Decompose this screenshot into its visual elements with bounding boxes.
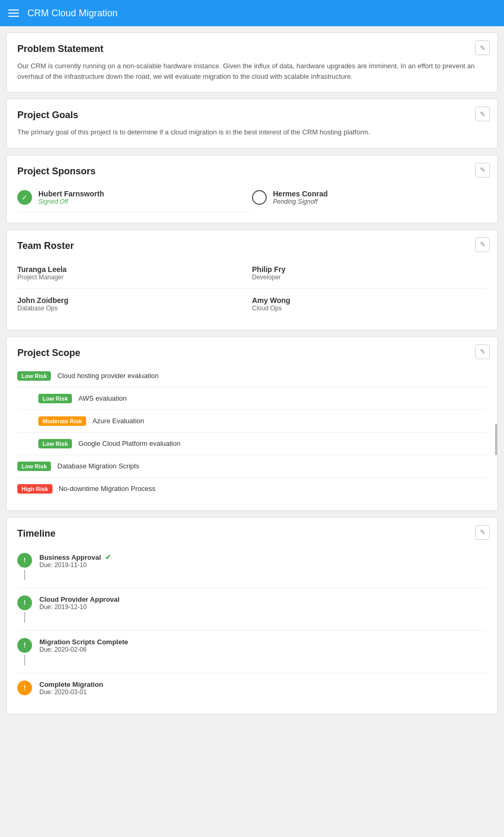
timeline-item-1: ! Cloud Provider Approval Due: 2019-12-1… [17,588,487,631]
member-zoidberg-name: John Zoidberg [17,296,252,305]
sponsor-hermes-info: Hermes Conrad Pending Signoff [273,190,328,205]
scope-badge-5: High Risk [17,484,52,494]
scope-label-4: Database Migration Scripts [57,462,139,470]
timeline-title-2: Migration Scripts Complete [39,638,128,646]
timeline-icon-col-3: ! [17,681,32,695]
timeline-title-1: Cloud Provider Approval [39,595,120,603]
timeline-icon-col-1: ! [17,595,32,623]
scope-item-4: Low Risk Database Migration Scripts [17,455,487,478]
timeline-dot-2: ! [17,638,32,653]
timeline-dot-1: ! [17,595,32,610]
scope-item-1: Low Risk AWS evaluation [17,388,487,410]
scope-badge-3: Low Risk [38,439,72,448]
sponsor-hubert-status: Signed Off [38,198,104,205]
scope-label-3: Google Cloud Platform evaluation [78,440,180,447]
project-sponsors-card: Project Sponsors ✎ ✓ Hubert Farnsworth S… [6,155,498,223]
scope-badge-1: Low Risk [38,394,72,403]
member-leela-name: Turanga Leela [17,265,252,274]
scope-label-2: Azure Evaluation [92,417,144,425]
timeline-due-2: Due: 2020-02-06 [39,646,128,653]
timeline-item-0: ! Business Approval ✔ Due: 2019-11-10 [17,546,487,588]
member-wong-role: Cloud Ops [252,305,487,312]
timeline-line-1 [24,612,25,623]
team-member-leela: Turanga Leela Project Manager [17,258,252,289]
signed-off-icon: ✓ [17,190,32,205]
scope-item-2: Moderate Risk Azure Evaluation [17,410,487,433]
scope-badge-4: Low Risk [17,462,51,471]
timeline-icon-col-2: ! [17,638,32,665]
timeline-dot-0: ! [17,553,32,568]
timeline-icon-col-0: ! [17,553,32,580]
scope-item-0: Low Risk Cloud hosting provider evaluati… [17,365,487,388]
member-fry-role: Developer [252,274,487,281]
scope-item-5: High Risk No-downtime Migration Process [17,478,487,500]
sponsor-item-hermes: Hermes Conrad Pending Signoff [252,183,487,212]
top-bar: CRM Cloud Migration [0,0,504,26]
member-wong-name: Amy Wong [252,296,487,305]
sponsor-hermes-name: Hermes Conrad [273,190,328,198]
timeline-title-0: Business Approval ✔ [39,553,111,561]
problem-statement-title: Problem Statement [17,44,487,55]
timeline-line-0 [24,570,25,580]
timeline-checkmark-0: ✔ [105,553,111,561]
project-goals-title: Project Goals [17,110,487,121]
scope-badge-0: Low Risk [17,371,51,381]
pending-signoff-icon [252,190,267,205]
member-zoidberg-role: Database Ops [17,305,252,312]
timeline-item-2: ! Migration Scripts Complete Due: 2020-0… [17,631,487,673]
timeline-list: ! Business Approval ✔ Due: 2019-11-10 ! [17,546,487,703]
page-content: Problem Statement Our CRM is currently r… [0,26,504,720]
team-member-zoidberg: John Zoidberg Database Ops [17,289,252,319]
timeline-title-3: Complete Migration [39,681,103,688]
scrollbar[interactable] [495,424,497,455]
member-fry-name: Philip Fry [252,265,487,274]
project-goals-body: The primary goal of this project is to d… [17,127,487,138]
timeline-line-2 [24,655,25,665]
timeline-info-1: Cloud Provider Approval Due: 2019-12-10 [39,595,120,611]
team-roster-edit-button[interactable]: ✎ [475,237,490,252]
team-member-wong: Amy Wong Cloud Ops [252,289,487,319]
timeline-info-2: Migration Scripts Complete Due: 2020-02-… [39,638,128,653]
team-member-fry: Philip Fry Developer [252,258,487,289]
timeline-due-3: Due: 2020-03-01 [39,688,103,696]
member-leela-role: Project Manager [17,274,252,281]
team-grid: Turanga Leela Project Manager Philip Fry… [17,258,487,319]
timeline-dot-3: ! [17,681,32,695]
scope-badge-2: Moderate Risk [38,416,86,426]
timeline-title: Timeline [17,528,487,539]
sponsor-item-hubert: ✓ Hubert Farnsworth Signed Off [17,183,252,212]
timeline-due-1: Due: 2019-12-10 [39,603,120,611]
timeline-info-0: Business Approval ✔ Due: 2019-11-10 [39,553,111,569]
problem-statement-card: Problem Statement Our CRM is currently r… [6,33,498,92]
project-scope-edit-button[interactable]: ✎ [475,344,490,359]
project-goals-card: Project Goals The primary goal of this p… [6,99,498,149]
scope-list: Low Risk Cloud hosting provider evaluati… [17,365,487,500]
project-sponsors-title: Project Sponsors [17,166,487,177]
project-goals-edit-button[interactable]: ✎ [475,107,490,121]
project-scope-card: Project Scope ✎ Low Risk Cloud hosting p… [6,337,498,511]
scope-label-5: No-downtime Migration Process [59,485,155,493]
timeline-edit-button[interactable]: ✎ [475,525,490,540]
scope-item-3: Low Risk Google Cloud Platform evaluatio… [17,433,487,455]
scope-label-1: AWS evaluation [78,394,127,402]
sponsor-hubert-info: Hubert Farnsworth Signed Off [38,190,104,205]
problem-statement-edit-button[interactable]: ✎ [475,40,490,55]
team-roster-card: Team Roster ✎ Turanga Leela Project Mana… [6,229,498,330]
timeline-item-3: ! Complete Migration Due: 2020-03-01 [17,673,487,703]
project-sponsors-edit-button[interactable]: ✎ [475,163,490,177]
scope-label-0: Cloud hosting provider evaluation [57,372,159,380]
timeline-card: Timeline ✎ ! Business Approval ✔ Due: 20… [6,517,498,714]
sponsor-hermes-status: Pending Signoff [273,198,328,205]
team-roster-title: Team Roster [17,240,487,252]
timeline-info-3: Complete Migration Due: 2020-03-01 [39,681,103,696]
app-title: CRM Cloud Migration [27,8,118,19]
timeline-due-0: Due: 2019-11-10 [39,561,111,569]
sponsors-grid: ✓ Hubert Farnsworth Signed Off Hermes Co… [17,183,487,212]
hamburger-menu[interactable] [8,9,19,17]
sponsor-hubert-name: Hubert Farnsworth [38,190,104,198]
project-scope-title: Project Scope [17,348,487,359]
problem-statement-body: Our CRM is currently running on a non-sc… [17,61,487,81]
